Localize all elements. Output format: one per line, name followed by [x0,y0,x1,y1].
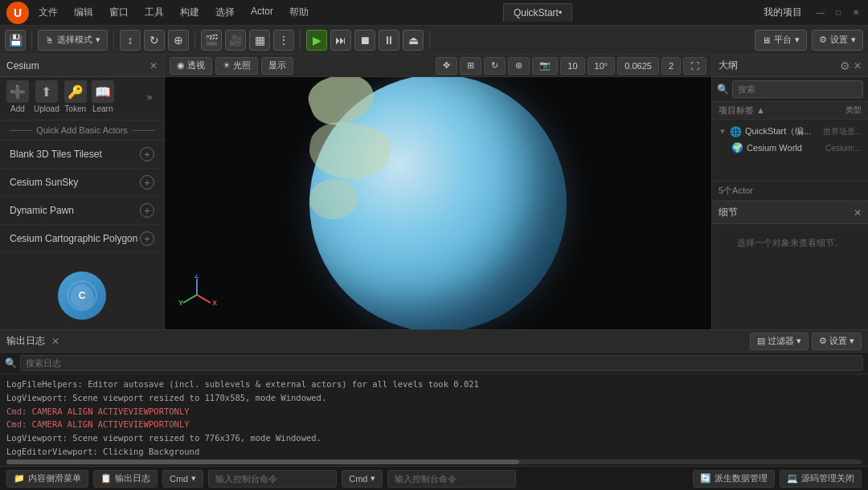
log-settings-icon: ⚙ [819,336,827,346]
scale-tool-button[interactable]: ⊕ [168,30,189,51]
actor-item-polygon[interactable]: Cesium Cartographic Polygon ＋ [0,225,164,253]
cesium-learn-button[interactable]: 📖 Learn [92,80,114,113]
angle-value-display[interactable]: 10° [588,57,616,75]
outline-column-headers: 项目标签 ▲ 类型 [712,102,868,120]
log-scrollbar-thumb[interactable] [6,459,519,464]
cmd1-button[interactable]: Cmd ▾ [162,470,203,488]
cmd2-button[interactable]: Cmd ▾ [342,470,383,488]
toolbar-separator-4 [300,31,301,50]
cesium-panel-title: Cesium [6,60,39,71]
outline-col-name: 项目标签 ▲ [719,104,809,116]
code-manager-button[interactable]: 💻 源码管理关闭 [780,470,862,488]
menu-actor[interactable]: Actor [248,4,276,21]
outline-search-bar: 🔍 [712,77,868,102]
log-scrollbar[interactable] [6,459,862,464]
log-settings-button[interactable]: ⚙ 设置 ▾ [812,333,862,350]
toolbar-separator-5 [429,31,430,50]
viewport-canvas[interactable]: X Y Z [165,77,711,329]
tree-item-cesiumworld-label: Cesium World [747,143,802,153]
step-button[interactable]: ⏭ [330,30,351,51]
select-mode-button[interactable]: 🖱 选择模式 ▾ [38,30,108,51]
rotate-tool-button[interactable]: ↻ [144,30,165,51]
actor-sunsky-label: Cesium SunSky [10,177,78,188]
rotate-snap-button[interactable]: ↻ [484,57,506,75]
menu-select[interactable]: 选择 [212,4,238,21]
main-toolbar: 💾 🖱 选择模式 ▾ ↕ ↻ ⊕ 🎬 🎥 ▦ ⋮ ▶ ⏭ ⏹ ⏸ ⏏ 🖥 平台 … [0,26,868,55]
maximize-button[interactable]: ⛶ [683,57,706,75]
log-panel-close-icon[interactable]: ✕ [51,336,59,347]
menu-help[interactable]: 帮助 [286,4,312,21]
menu-file[interactable]: 文件 [35,4,61,21]
detail-panel-content: 选择一个对象来查看细节。 [712,224,868,262]
snap-button[interactable]: ▦ [249,30,270,51]
scale-value-display[interactable]: 0.0625 [617,57,659,75]
content-browser-button[interactable]: 📁 内容侧滑菜单 [6,470,88,488]
detail-panel-close-icon[interactable]: ✕ [854,207,862,218]
restore-button[interactable]: □ [833,7,844,18]
tree-item-quickstart[interactable]: ▼ 🌐 QuickStart（编... 世界场景... [712,123,868,140]
log-line-2: LogViewport: Scene viewport resized to 1… [6,392,862,405]
actor-item-pawn[interactable]: Dynamic Pawn ＋ [0,197,164,225]
svg-line-4 [183,295,197,303]
output-log-button[interactable]: 📋 输出日志 [93,470,158,488]
source-manager-button[interactable]: 🔄 派生数据管理 [693,470,775,488]
code-manager-label: 源码管理关闭 [801,472,854,484]
actor-tileset-add-button[interactable]: ＋ [140,147,154,161]
camera-speed-button[interactable]: 📷 [532,57,558,75]
outline-panel-close-icon[interactable]: ✕ [854,60,862,71]
eject-button[interactable]: ⏏ [403,30,424,51]
actor-pawn-add-button[interactable]: ＋ [140,203,154,218]
settings-button[interactable]: ⚙ 设置 ▾ [812,30,863,51]
snap-grid-button[interactable]: ⊞ [460,57,481,75]
cesium-panel-header: Cesium ✕ [0,55,164,77]
globe-icon: 🌍 [731,142,743,153]
outline-panel-header: 大纲 ⚙ ✕ [712,55,868,77]
cesium-token-button[interactable]: 🔑 Token [64,80,87,113]
scale-snap-button[interactable]: ⊛ [508,57,530,75]
cinema-button[interactable]: 🎥 [225,30,246,51]
quick-add-title: Quick Add Basic Actors [36,125,128,135]
perspective-button[interactable]: ◉ 透视 [170,57,212,75]
menu-window[interactable]: 窗口 [106,4,132,21]
log-filter-button[interactable]: ▤ 过滤器 ▾ [750,333,809,350]
save-button[interactable]: 💾 [5,30,26,51]
svg-line-2 [197,295,211,303]
move-tool-button[interactable]: ✥ [436,57,457,75]
stop-button[interactable]: ⏹ [354,30,375,51]
cesium-upload-button[interactable]: ⬆ Upload [34,80,59,113]
platform-button[interactable]: 🖥 平台 ▾ [755,30,807,51]
actor-polygon-add-button[interactable]: ＋ [140,231,154,246]
log-search-input[interactable] [20,355,863,371]
grid-value-display[interactable]: 10 [560,57,584,75]
cesium-panel-close-icon[interactable]: ✕ [149,60,158,71]
log-search-bar: 🔍 [0,353,868,374]
cmd1-input[interactable] [208,470,337,488]
more-button[interactable]: ⋮ [273,30,294,51]
log-settings-dropdown-icon: ▾ [850,336,854,346]
play-button[interactable]: ▶ [306,30,327,51]
pause-button[interactable]: ⏸ [379,30,399,51]
actor-item-sunsky[interactable]: Cesium SunSky ＋ [0,169,164,197]
lighting-button[interactable]: ☀ 光照 [215,57,258,75]
viewport-controls-right: ✥ ⊞ ↻ ⊛ 📷 10 10° 0.0625 2 ⛶ [436,57,706,75]
actor-item-tileset[interactable]: Blank 3D Tiles Tileset ＋ [0,141,164,169]
minimize-button[interactable]: — [815,7,826,18]
translate-tool-button[interactable]: ↕ [120,30,141,51]
outline-settings-icon[interactable]: ⚙ [840,59,850,72]
detail-panel-title: 细节 [719,206,738,219]
tab-quickstart[interactable]: QuickStart• [503,3,572,22]
camera-count-display[interactable]: 2 [661,57,681,75]
cmd2-input[interactable] [387,470,516,488]
actor-sunsky-add-button[interactable]: ＋ [140,175,154,190]
menu-edit[interactable]: 编辑 [71,4,96,21]
expand-panel-button[interactable]: » [141,89,158,105]
menu-tools[interactable]: 工具 [141,4,167,21]
tree-item-cesiumworld[interactable]: 🌍 Cesium World Cesium:... [712,140,868,156]
camera-button[interactable]: 🎬 [201,30,222,51]
outline-search-input[interactable] [732,80,863,98]
outline-panel-title: 大纲 [719,59,738,72]
cesium-add-button[interactable]: ➕ Add [6,80,29,113]
show-button[interactable]: 显示 [261,57,293,75]
close-button[interactable]: ✕ [850,7,862,18]
menu-build[interactable]: 构建 [177,4,203,21]
